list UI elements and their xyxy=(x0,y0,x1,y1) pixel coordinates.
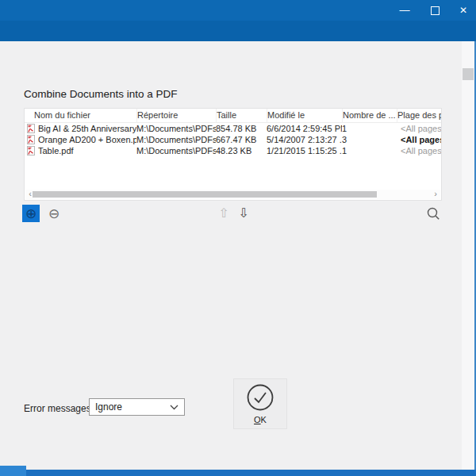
error-messages-select[interactable]: Ignore xyxy=(89,398,185,416)
chevron-down-icon xyxy=(170,405,178,410)
close-icon: ✕ xyxy=(459,5,467,16)
move-up-button[interactable]: ⇧ xyxy=(215,203,232,222)
cell-page-range[interactable]: <All pages> xyxy=(397,124,441,133)
cell-modified: 5/14/2007 2:13:27 ... xyxy=(267,135,342,144)
select-value: Ignore xyxy=(95,401,122,413)
cell-file-name: Table.pdf xyxy=(38,146,74,155)
vertical-scrollbar-track[interactable] xyxy=(462,41,474,470)
bottom-bar xyxy=(0,470,476,476)
horizontal-scroll-thumb[interactable] xyxy=(33,191,377,198)
cell-modified: 6/6/2014 2:59:45 PM xyxy=(267,124,342,133)
column-header-pages[interactable]: Nombre de ... xyxy=(342,109,397,122)
cell-pages: 1 xyxy=(342,146,397,155)
up-arrow-icon: ⇧ xyxy=(218,205,228,221)
table-row[interactable]: Table.pdf M:\Documents\PDFs 48.23 KB 1/2… xyxy=(25,145,441,156)
column-header-size[interactable]: Taille xyxy=(216,109,267,122)
maximize-button[interactable] xyxy=(425,0,444,21)
cell-pages: 3 xyxy=(342,135,397,144)
column-header-range[interactable]: Plage des page xyxy=(397,109,441,122)
file-table: Nom du fichier Répertoire Taille Modifié… xyxy=(24,108,442,201)
cell-file-name: Orange AD200 + Boxen.pdf xyxy=(38,135,136,144)
scroll-right-button[interactable]: › xyxy=(432,190,440,199)
pdf-file-icon xyxy=(27,146,35,155)
table-row[interactable]: Big AI & 25th Anniversary ... M:\Documen… xyxy=(25,123,441,134)
remove-file-button[interactable]: ⊖ xyxy=(45,205,63,222)
add-file-button[interactable]: ⊕ xyxy=(22,205,40,222)
cell-directory: M:\Documents\PDFs xyxy=(136,135,216,144)
down-arrow-icon: ⇩ xyxy=(238,205,248,221)
cell-pages: 1 xyxy=(342,124,397,133)
search-button[interactable] xyxy=(424,204,443,223)
cell-modified: 1/21/2015 1:15:25 ... xyxy=(267,146,342,155)
bottom-corner-accent xyxy=(0,466,26,476)
ok-label: OK xyxy=(254,415,267,424)
maximize-icon xyxy=(431,6,440,15)
horizontal-scrollbar[interactable]: ‹ › xyxy=(25,190,440,199)
app-window: — ✕ Combine Documents into a PDF Nom du … xyxy=(0,0,476,476)
search-icon xyxy=(426,206,441,221)
cell-page-range[interactable]: <All pages> xyxy=(397,135,441,144)
cell-size: 48.23 KB xyxy=(216,146,267,155)
header-band xyxy=(0,21,476,41)
pdf-file-icon xyxy=(27,135,35,144)
plus-circle-icon: ⊕ xyxy=(25,205,36,222)
cell-file-name: Big AI & 25th Anniversary ... xyxy=(38,124,136,133)
vertical-scroll-thumb[interactable] xyxy=(463,68,474,80)
cell-size: 667.47 KB xyxy=(216,135,267,144)
close-button[interactable]: ✕ xyxy=(454,0,473,21)
minimize-icon: — xyxy=(400,0,410,21)
minus-circle-icon: ⊖ xyxy=(48,205,60,222)
table-row[interactable]: Orange AD200 + Boxen.pdf M:\Documents\PD… xyxy=(25,134,441,145)
table-header-row: Nom du fichier Répertoire Taille Modifié… xyxy=(25,109,441,123)
column-header-modified[interactable]: Modifié le xyxy=(267,109,342,122)
page-title: Combine Documents into a PDF xyxy=(24,88,178,100)
cell-directory: M:\Documents\PDFs xyxy=(136,124,216,133)
minimize-button[interactable]: — xyxy=(395,0,414,21)
cell-directory: M:\Documents\PDFs xyxy=(136,146,216,155)
check-circle-icon xyxy=(246,383,274,412)
column-header-directory[interactable]: Répertoire xyxy=(136,109,216,122)
pdf-file-icon xyxy=(27,124,35,133)
column-header-name[interactable]: Nom du fichier xyxy=(25,109,136,122)
error-messages-label: Error messages: xyxy=(24,403,94,414)
cell-size: 854.78 KB xyxy=(216,124,267,133)
move-down-button[interactable]: ⇩ xyxy=(235,203,252,222)
cell-page-range[interactable]: <All pages> xyxy=(397,146,441,155)
ok-button[interactable]: OK xyxy=(233,378,287,429)
